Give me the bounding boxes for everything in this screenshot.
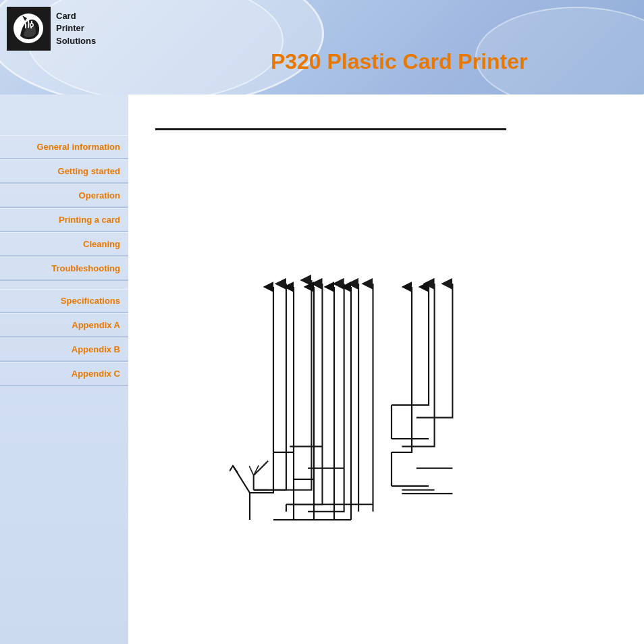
logo-area: Card Printer Solutions — [7, 7, 96, 51]
sidebar-item-general-information[interactable]: General information — [0, 135, 128, 159]
sidebar-item-printing-a-card[interactable]: Printing a card — [0, 208, 128, 232]
diagram-arrows-svg — [230, 230, 567, 533]
main-layout: General information Getting started Oper… — [0, 95, 644, 644]
page-title: P320 Plastic Card Printer — [271, 49, 528, 74]
zebra-logo-icon — [10, 10, 47, 47]
sidebar-item-appendix-a[interactable]: Appendix A — [0, 313, 128, 338]
sidebar: General information Getting started Oper… — [0, 95, 128, 644]
logo-text: Card Printer Solutions — [56, 10, 96, 47]
sidebar-item-specifications[interactable]: Specifications — [0, 289, 128, 313]
svg-point-2 — [31, 24, 33, 26]
page-header: Card Printer Solutions P320 Plastic Card… — [0, 0, 644, 95]
sidebar-item-appendix-b[interactable]: Appendix B — [0, 338, 128, 362]
sidebar-item-operation[interactable]: Operation — [0, 184, 128, 208]
divider-line — [155, 128, 506, 130]
sidebar-item-appendix-c[interactable]: Appendix C — [0, 362, 128, 386]
zebra-logo-box — [7, 7, 51, 51]
sidebar-item-cleaning[interactable]: Cleaning — [0, 232, 128, 257]
content-area — [128, 95, 644, 644]
diagram-area — [230, 230, 567, 533]
sidebar-item-troubleshooting[interactable]: Troubleshooting — [0, 257, 128, 281]
sidebar-item-getting-started[interactable]: Getting started — [0, 159, 128, 184]
